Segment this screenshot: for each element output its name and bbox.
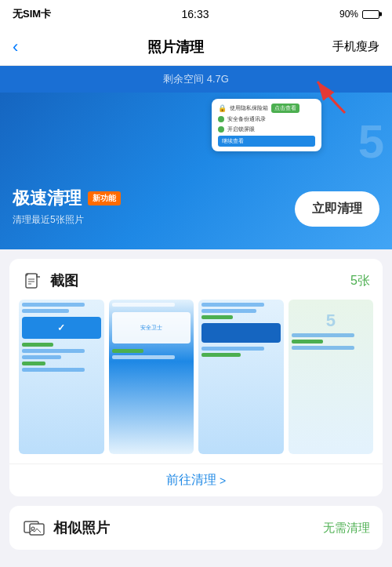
hero-bottom-area: 极速清理 新功能 清理最近5张照片 立即清理 bbox=[13, 187, 379, 227]
status-time: 16:33 bbox=[182, 8, 209, 20]
screenshot-thumb-1[interactable]: ✓ bbox=[19, 300, 104, 454]
hero-subtitle: 清理最近5张照片 bbox=[13, 213, 121, 227]
instant-clean-button[interactable]: 立即清理 bbox=[295, 191, 379, 227]
similar-photos-header: 相似照片 无需清理 bbox=[9, 506, 383, 550]
slim-phone-button[interactable]: 手机瘦身 bbox=[332, 39, 379, 54]
nav-bar: ‹ 照片清理 手机瘦身 bbox=[0, 28, 392, 66]
similar-photos-title-area: 相似照片 bbox=[22, 517, 110, 539]
battery-percent: 90% bbox=[339, 9, 358, 20]
screenshots-title-area: 截图 bbox=[22, 270, 78, 292]
clean-link-label: 前往清理 bbox=[166, 472, 216, 489]
clean-link-arrow: > bbox=[220, 474, 226, 487]
new-badge: 新功能 bbox=[88, 191, 121, 205]
screenshot-thumb-3[interactable] bbox=[198, 300, 284, 454]
screenshots-icon bbox=[22, 270, 44, 292]
screenshots-section: 截图 5张 ✓ 安全卫士 bbox=[9, 259, 383, 496]
storage-label: 剩余空间 4.7G bbox=[163, 73, 229, 85]
screenshots-title: 截图 bbox=[50, 271, 78, 290]
hero-content: 极速清理 新功能 清理最近5张照片 立即清理 bbox=[13, 187, 379, 227]
svg-rect-1 bbox=[26, 274, 37, 288]
carrier-label: 无SIM卡 bbox=[13, 7, 51, 21]
status-right-area: 90% bbox=[339, 9, 379, 20]
screenshots-count: 5张 bbox=[350, 273, 370, 289]
similar-photos-icon bbox=[22, 517, 47, 539]
similar-photos-title: 相似照片 bbox=[53, 518, 110, 537]
page-title: 照片清理 bbox=[147, 38, 204, 56]
mini-card-1: 🔒 使用隐私保险箱 点击查看 安全备份通讯录 开启锁屏眼 继续查看 bbox=[212, 99, 321, 151]
similar-photos-section: 相似照片 无需清理 bbox=[9, 506, 383, 550]
battery-icon bbox=[362, 10, 379, 19]
hero-text: 极速清理 新功能 清理最近5张照片 bbox=[13, 187, 121, 227]
red-arrow bbox=[306, 74, 353, 120]
screenshot-thumb-2[interactable]: 安全卫士 bbox=[109, 300, 194, 454]
hero-title: 极速清理 bbox=[13, 187, 82, 210]
go-to-clean-button[interactable]: 前往清理 > bbox=[9, 463, 383, 496]
screenshot-thumb-4[interactable]: 5 bbox=[289, 300, 374, 454]
screenshots-thumbnails: ✓ 安全卫士 bbox=[9, 300, 383, 463]
status-bar: 无SIM卡 16:33 90% bbox=[0, 0, 392, 28]
number-decoration: 5 bbox=[358, 114, 384, 169]
screenshots-header: 截图 5张 bbox=[9, 259, 383, 300]
back-button[interactable]: ‹ bbox=[13, 37, 18, 57]
similar-photos-status: 无需清理 bbox=[323, 521, 370, 536]
